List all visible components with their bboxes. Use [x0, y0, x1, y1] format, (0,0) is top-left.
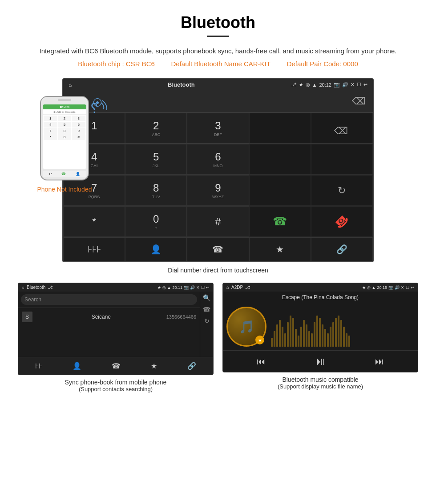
pb-main: Search S Seicane 13566664466 [18, 292, 200, 357]
backspace-area[interactable]: ⌫ [311, 113, 373, 144]
vis-bar [282, 327, 283, 347]
phone-key-8[interactable]: 8 [58, 128, 72, 134]
back-icon[interactable]: ↩ [363, 82, 367, 88]
pb-user-icon[interactable]: 👤 [73, 362, 81, 370]
dialpad-bottom-row: ⊦⊦⊦ 👤 ☎ ★ 🔗 [63, 237, 373, 261]
camera-icon[interactable]: 📷 [334, 82, 340, 88]
pb-home-icon[interactable]: ⌂ [22, 285, 24, 290]
phone-key-0[interactable]: 0 [58, 134, 72, 140]
vis-bar [274, 331, 275, 347]
pb-refresh-icon[interactable]: ↻ [204, 317, 210, 324]
pb-call-icon[interactable]: ☎ [203, 306, 210, 313]
pb-back[interactable]: ↩ [206, 285, 210, 290]
end-call-button[interactable]: ☎ [311, 206, 373, 237]
page-container: Bluetooth Integrated with BC6 Bluetooth … [0, 0, 436, 416]
dialpad-grid-icon[interactable]: ⊦⊦⊦ [63, 237, 125, 261]
music-statusbar-left: ⌂ A2DP ⎇ [226, 285, 250, 290]
pb-bt-icon[interactable]: ★ [151, 362, 157, 370]
phone-screen: ☎ M:20 ⊕ Add to Contacts 1 2 3 4 5 6 7 8… [43, 104, 86, 169]
phone-call-icon[interactable]: ☎ [61, 172, 66, 176]
home-icon[interactable]: ⌂ [69, 82, 72, 88]
music-statusbar-right: ★ ◎ ▲ 20:15 📷 🔊 ✕ ☐ ↩ [362, 285, 414, 290]
pb-win[interactable]: ☐ [201, 285, 205, 290]
pb-vol[interactable]: 🔊 [190, 285, 195, 290]
window-icon[interactable]: ☐ [357, 82, 361, 88]
key-5[interactable]: 5JKL [125, 144, 187, 175]
pb-close[interactable]: ✕ [196, 285, 200, 290]
main-screen-area: ⦿ ␦ ☎ M:20 ⊕ [18, 78, 418, 262]
music-art-area: 🎵 ★ [223, 303, 418, 350]
phone-key-6[interactable]: 6 [72, 122, 85, 128]
key-2[interactable]: 2ABC [125, 113, 187, 144]
contacts-icon[interactable]: 👤 [125, 237, 187, 261]
phone-dial-grid: 1 2 3 4 5 6 7 8 9 * 0 # [43, 115, 86, 141]
music-home-icon[interactable]: ⌂ [226, 285, 229, 290]
phone-back-icon: ↩ [49, 172, 52, 176]
dialpad-row-4: * 0+ # ☎ ☎ [63, 206, 373, 237]
phone-key-9[interactable]: 9 [72, 128, 85, 134]
play-pause-button[interactable]: ⏯ [315, 355, 326, 368]
phone-key-1[interactable]: 1 [44, 116, 57, 121]
pb-camera[interactable]: 📷 [184, 285, 189, 290]
vis-bar [348, 336, 350, 347]
key-8[interactable]: 8TUV [125, 175, 187, 206]
next-track-button[interactable]: ⏭ [375, 356, 384, 367]
vis-bar [303, 320, 305, 347]
statusbar-left: ⌂ [69, 82, 72, 88]
pb-bt: ★ [157, 285, 161, 290]
refresh-button[interactable]: ↻ [311, 175, 373, 206]
bt-icon: ★ [299, 82, 303, 88]
pb-phone-icon[interactable]: ☎ [112, 362, 121, 370]
pb-statusbar-right: ★ ◎ ▲ 20:11 📷 🔊 ✕ ☐ ↩ [157, 285, 210, 290]
pb-grid-icon[interactable]: ⊦⊦ [35, 362, 42, 370]
key-hash[interactable]: # [187, 206, 249, 237]
phone-key-4[interactable]: 4 [44, 122, 57, 128]
vis-bar [308, 331, 310, 347]
pb-link-icon[interactable]: 🔗 [187, 362, 196, 370]
phone-key-3[interactable]: 3 [72, 116, 85, 121]
volume-icon[interactable]: 🔊 [342, 82, 348, 88]
phone-key-star[interactable]: * [44, 134, 57, 140]
close-icon[interactable]: ✕ [351, 82, 355, 88]
pb-gps: ◎ [162, 285, 166, 290]
phonebook-card: ⌂ Bluetooth ⎇ ★ ◎ ▲ 20:11 📷 🔊 ✕ ☐ ↩ [18, 283, 214, 392]
pb-search-icon[interactable]: 🔍 [203, 294, 210, 301]
phone-mockup: ⦿ ␦ ☎ M:20 ⊕ [18, 96, 111, 193]
bluetooth-bottom-icon[interactable]: ★ [249, 237, 311, 261]
key-9[interactable]: 9WXYZ [187, 175, 249, 206]
usb-icon: ⎇ [291, 82, 297, 88]
phonebook-caption-main: Sync phone-book from mobile phone [18, 379, 214, 386]
phone-key-hash[interactable]: # [72, 134, 85, 140]
music-back[interactable]: ↩ [411, 285, 414, 290]
link-icon[interactable]: 🔗 [311, 237, 373, 261]
key-6[interactable]: 6MNO [187, 144, 249, 175]
phone-contacts-icon[interactable]: 👤 [76, 172, 80, 176]
key-star[interactable]: * [63, 206, 125, 237]
music-card: ⌂ A2DP ⎇ ★ ◎ ▲ 20:15 📷 🔊 ✕ ☐ ↩ [222, 283, 418, 392]
music-close[interactable]: ✕ [401, 285, 404, 290]
page-title: Bluetooth [18, 13, 418, 32]
title-divider [207, 36, 229, 37]
music-win[interactable]: ☐ [406, 285, 409, 290]
vis-bar [335, 318, 337, 347]
call-button[interactable]: ☎ [249, 206, 311, 237]
music-visualizer [271, 307, 414, 347]
phone-icon[interactable]: ☎ [187, 237, 249, 261]
statusbar-title: Bluetooth [168, 81, 195, 88]
music-camera[interactable]: 📷 [388, 285, 393, 290]
prev-track-button[interactable]: ⏮ [257, 356, 266, 367]
phone-key-5[interactable]: 5 [58, 122, 72, 128]
phone-key-7[interactable]: 7 [44, 128, 57, 134]
key-0[interactable]: 0+ [125, 206, 187, 237]
vis-bar [314, 322, 315, 347]
key-3[interactable]: 3DEF [187, 113, 249, 144]
music-vol[interactable]: 🔊 [395, 285, 400, 290]
phone-key-2[interactable]: 2 [58, 116, 72, 121]
pb-contact-phone: 13566664466 [166, 314, 196, 320]
backspace-button[interactable]: ⌫ [352, 96, 366, 107]
pb-title: Bluetooth [27, 285, 45, 290]
vis-bar [338, 316, 339, 347]
vis-bar [271, 338, 273, 347]
pb-search-bar[interactable]: Search [21, 294, 197, 305]
music-controls: ⏮ ⏯ ⏭ [223, 350, 418, 372]
